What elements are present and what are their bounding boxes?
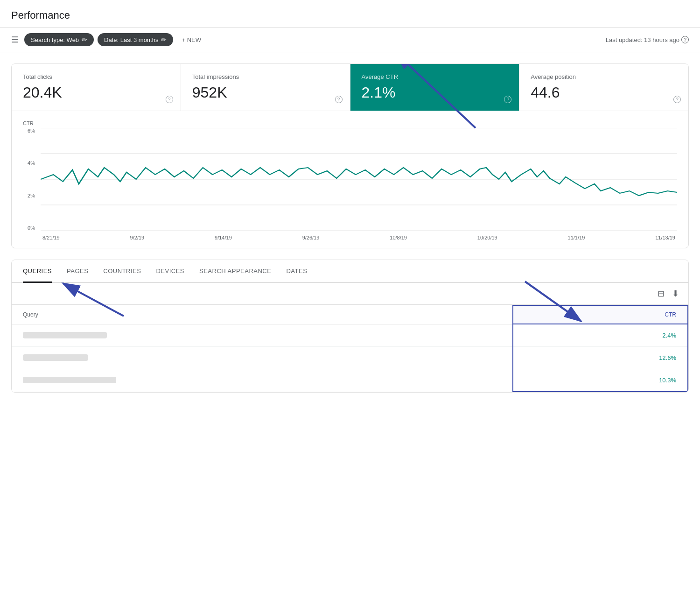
date-filter[interactable]: Date: Last 3 months ✏ — [98, 33, 173, 46]
edit-icon-date: ✏ — [161, 36, 167, 43]
page-wrapper: Performance ☰ Search type: Web ✏ Date: L… — [0, 0, 700, 598]
data-table: Query CTR blurred content 2.4% — [12, 305, 688, 392]
x-label-2: 9/2/19 — [130, 235, 145, 240]
new-button[interactable]: + NEW — [177, 34, 206, 46]
metric-ctr-label: Average CTR — [362, 73, 508, 80]
metric-average-ctr[interactable]: Average CTR 2.1% ? — [350, 64, 520, 111]
y-tick-4: 4% — [25, 160, 35, 166]
blurred-query-3: blurred content — [23, 377, 116, 383]
ctr-cell-2: 12.6% — [513, 347, 688, 369]
filter-icon[interactable]: ☰ — [11, 35, 19, 45]
x-label-8: 11/13/19 — [655, 235, 675, 240]
metric-position-help[interactable]: ? — [673, 96, 681, 103]
ctr-line — [41, 168, 677, 196]
metrics-row: Total clicks 20.4K ? Total impressions 9… — [12, 64, 688, 111]
date-label: Date: Last 3 months — [104, 36, 158, 43]
table-row: blurred content 10.3% — [12, 369, 688, 392]
new-label: + NEW — [182, 36, 201, 43]
last-updated-text: Last updated: 13 hours ago — [606, 36, 679, 43]
toolbar: ☰ Search type: Web ✏ Date: Last 3 months… — [0, 28, 700, 52]
metric-clicks-label: Total clicks — [23, 73, 169, 80]
table-header-query: Query — [12, 305, 513, 324]
metric-impressions-value: 952K — [192, 84, 339, 101]
tab-devices[interactable]: DEVICES — [156, 260, 184, 282]
blurred-query-1: blurred content — [23, 332, 107, 338]
tab-pages[interactable]: PAGES — [67, 260, 88, 282]
table-controls: ⊟ ⬇ — [12, 283, 688, 305]
x-axis-labels: 8/21/19 9/2/19 9/14/19 9/26/19 10/8/19 1… — [23, 235, 677, 240]
x-label-3: 9/14/19 — [215, 235, 232, 240]
tab-countries[interactable]: COUNTRIES — [103, 260, 141, 282]
query-cell-2: blurred content — [12, 347, 513, 369]
chart-svg — [41, 128, 677, 231]
toolbar-right: Last updated: 13 hours ago ? — [606, 36, 689, 43]
table-row: blurred content 12.6% — [12, 347, 688, 369]
tab-queries[interactable]: QUERIES — [23, 260, 52, 282]
metric-ctr-help[interactable]: ? — [504, 96, 511, 103]
tabs-row: QUERIES PAGES COUNTRIES DEVICES SEARCH A… — [12, 260, 688, 283]
query-cell-1: blurred content — [12, 324, 513, 347]
x-label-7: 11/1/19 — [568, 235, 585, 240]
metric-impressions-help[interactable]: ? — [335, 96, 343, 103]
tab-dates[interactable]: DATES — [286, 260, 307, 282]
edit-icon: ✏ — [82, 36, 87, 43]
search-type-label: Search type: Web — [31, 36, 79, 43]
metric-ctr-value: 2.1% — [362, 84, 508, 101]
x-label-6: 10/20/19 — [477, 235, 497, 240]
download-icon[interactable]: ⬇ — [672, 288, 679, 299]
table-card: QUERIES PAGES COUNTRIES DEVICES SEARCH A… — [11, 260, 689, 393]
main-content: Total clicks 20.4K ? Total impressions 9… — [0, 52, 700, 404]
y-tick-6: 6% — [25, 128, 35, 134]
page-header: Performance — [0, 0, 700, 28]
metric-total-impressions[interactable]: Total impressions 952K ? — [181, 64, 350, 111]
blurred-query-2: blurred content — [23, 354, 88, 361]
ctr-cell-3: 10.3% — [513, 369, 688, 392]
metrics-card: Total clicks 20.4K ? Total impressions 9… — [11, 63, 689, 248]
filter-control-icon[interactable]: ⊟ — [658, 288, 665, 299]
query-cell-3: blurred content — [12, 369, 513, 392]
metric-total-clicks[interactable]: Total clicks 20.4K ? — [12, 64, 181, 111]
ctr-cell-1: 2.4% — [513, 324, 688, 347]
table-header-ctr: CTR — [513, 305, 688, 324]
metric-position-value: 44.6 — [531, 84, 677, 101]
y-tick-2: 2% — [25, 193, 35, 198]
metric-clicks-value: 20.4K — [23, 84, 169, 101]
y-tick-0: 0% — [25, 225, 35, 231]
tab-search-appearance[interactable]: SEARCH APPEARANCE — [199, 260, 271, 282]
table-row: blurred content 2.4% — [12, 324, 688, 347]
x-label-5: 10/8/19 — [390, 235, 407, 240]
chart-y-label: CTR — [23, 120, 677, 126]
help-icon[interactable]: ? — [681, 36, 689, 43]
search-type-filter[interactable]: Search type: Web ✏ — [24, 33, 94, 46]
chart-area: CTR 6% 4% 2% 0% — [12, 111, 688, 248]
metric-average-position[interactable]: Average position 44.6 ? — [519, 64, 688, 111]
metric-impressions-label: Total impressions — [192, 73, 339, 80]
x-label-1: 8/21/19 — [42, 235, 60, 240]
metric-position-label: Average position — [531, 73, 677, 80]
x-label-4: 9/26/19 — [302, 235, 320, 240]
page-title: Performance — [11, 9, 689, 21]
metric-clicks-help[interactable]: ? — [166, 96, 173, 103]
